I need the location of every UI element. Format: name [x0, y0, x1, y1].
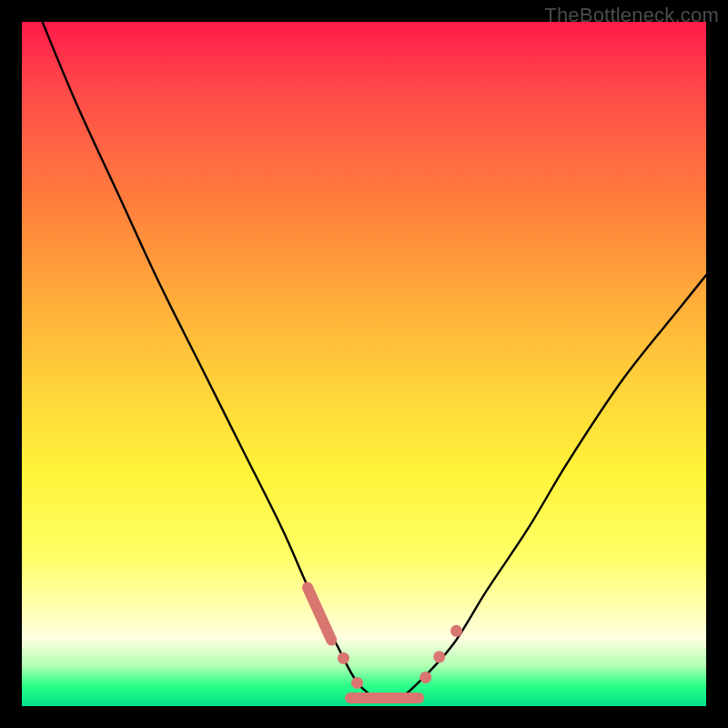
curve-marker [351, 677, 363, 689]
curve-marker [338, 652, 349, 664]
bottleneck-curve [43, 22, 706, 700]
plot-area [22, 22, 706, 706]
curve-markers [308, 588, 462, 698]
watermark-text: TheBottleneck.com [544, 4, 719, 27]
curve-marker [433, 651, 445, 662]
bottleneck-curve-svg [22, 22, 706, 706]
chart-frame: TheBottleneck.com [0, 0, 728, 728]
curve-marker [450, 625, 462, 637]
curve-marker [308, 588, 331, 641]
curve-marker [420, 672, 431, 683]
